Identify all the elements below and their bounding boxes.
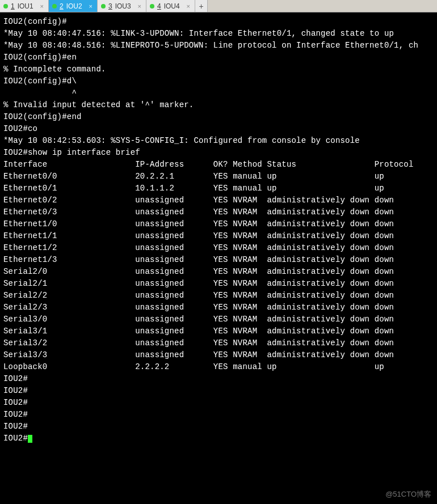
table-header: Interface IP-Address OK? Method Status P… <box>3 159 434 171</box>
tab-bar: 1 IOU1×2 IOU2×3 IOU3×4 IOU4×+ <box>0 0 437 12</box>
tab-number: 4 <box>157 2 161 10</box>
watermark: @51CTO博客 <box>385 489 431 499</box>
prompt-line: IOU2# <box>3 373 434 385</box>
status-dot-icon <box>101 4 106 9</box>
table-row: Ethernet1/0 unassigned YES NVRAM adminis… <box>3 218 434 230</box>
close-icon[interactable]: × <box>135 3 141 10</box>
tab-label: IOU4 <box>164 2 180 10</box>
status-dot-icon <box>3 4 8 9</box>
table-row: Ethernet0/2 unassigned YES NVRAM adminis… <box>3 194 434 206</box>
table-row: Serial2/2 unassigned YES NVRAM administr… <box>3 290 434 302</box>
table-row: Serial3/1 unassigned YES NVRAM administr… <box>3 325 434 337</box>
prompt-line: IOU2# <box>3 409 434 421</box>
terminal-line: % Invalid input detected at '^' marker. <box>3 99 434 111</box>
table-row: Serial2/3 unassigned YES NVRAM administr… <box>3 302 434 314</box>
terminal-line: IOU2(config)#en <box>3 52 434 63</box>
tab-number: 3 <box>108 2 112 10</box>
table-row: Ethernet1/2 unassigned YES NVRAM adminis… <box>3 242 434 254</box>
terminal-line: *May 10 08:40:47.516: %LINK-3-UPDOWN: In… <box>3 28 434 40</box>
close-icon[interactable]: × <box>86 3 93 10</box>
terminal-line: *May 10 08:40:48.516: %LINEPROTO-5-UPDOW… <box>3 40 434 52</box>
tab-label: IOU3 <box>115 2 131 10</box>
terminal-line: IOU2(config)#end <box>3 111 434 123</box>
close-icon[interactable]: × <box>37 3 44 10</box>
table-row: Loopback0 2.2.2.2 YES manual up up <box>3 361 434 373</box>
terminal-line: ^ <box>3 87 434 99</box>
prompt-line: IOU2# <box>3 385 434 397</box>
tab-iou1[interactable]: 1 IOU1× <box>0 0 49 12</box>
terminal[interactable]: IOU2(config)#*May 10 08:40:47.516: %LINK… <box>0 12 437 444</box>
terminal-line: *May 10 08:42:53.603: %SYS-5-CONFIG_I: C… <box>3 135 434 147</box>
tab-iou4[interactable]: 4 IOU4× <box>146 0 195 12</box>
close-icon[interactable]: × <box>183 3 190 10</box>
prompt-line[interactable]: IOU2# <box>3 433 434 444</box>
table-row: Serial3/2 unassigned YES NVRAM administr… <box>3 337 434 349</box>
prompt-line: IOU2# <box>3 421 434 433</box>
cursor-icon <box>28 435 32 443</box>
terminal-line: % Incomplete command. <box>3 63 434 75</box>
tab-iou3[interactable]: 3 IOU3× <box>98 0 146 12</box>
table-row: Ethernet1/1 unassigned YES NVRAM adminis… <box>3 230 434 242</box>
table-row: Ethernet0/0 20.2.2.1 YES manual up up <box>3 171 434 183</box>
tab-number: 1 <box>11 2 15 10</box>
tab-label: IOU1 <box>18 2 33 10</box>
status-dot-icon <box>150 4 154 9</box>
table-row: Serial3/0 unassigned YES NVRAM administr… <box>3 314 434 325</box>
terminal-line: IOU2(config)#d\ <box>3 75 434 87</box>
terminal-line: IOU2(config)# <box>3 16 434 28</box>
tab-label: IOU2 <box>66 2 82 10</box>
table-row: Ethernet0/3 unassigned YES NVRAM adminis… <box>3 206 434 218</box>
tab-iou2[interactable]: 2 IOU2× <box>49 0 98 12</box>
table-row: Serial3/3 unassigned YES NVRAM administr… <box>3 349 434 361</box>
terminal-line: IOU2#show ip interface brief <box>3 147 434 159</box>
table-row: Ethernet1/3 unassigned YES NVRAM adminis… <box>3 254 434 266</box>
tab-number: 2 <box>60 2 64 10</box>
prompt-text: IOU2# <box>3 434 28 443</box>
table-row: Ethernet0/1 10.1.1.2 YES manual up up <box>3 183 434 194</box>
terminal-line: IOU2#co <box>3 123 434 135</box>
prompt-line: IOU2# <box>3 397 434 409</box>
add-tab-button[interactable]: + <box>195 0 208 12</box>
table-row: Serial2/0 unassigned YES NVRAM administr… <box>3 266 434 278</box>
table-row: Serial2/1 unassigned YES NVRAM administr… <box>3 278 434 290</box>
status-dot-icon <box>52 4 57 9</box>
